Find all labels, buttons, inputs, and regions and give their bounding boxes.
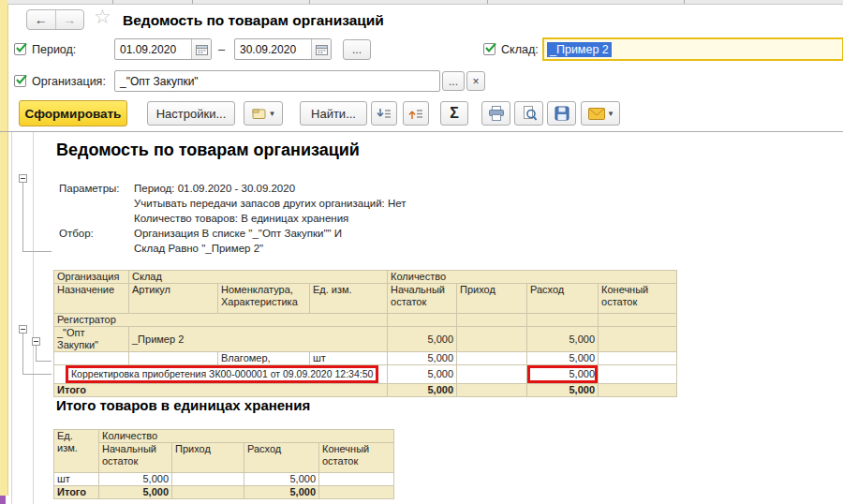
collapse-groups-button[interactable]	[403, 101, 429, 126]
settings-button[interactable]: Настройки...	[147, 101, 235, 126]
total-income-cell[interactable]	[172, 486, 244, 499]
empty-cell[interactable]	[599, 314, 677, 327]
total-begin-cell[interactable]: 5,000	[388, 384, 457, 397]
warehouse-input[interactable]: _Пример 2	[542, 37, 843, 61]
nomenclature-cell[interactable]: Влагомер,	[218, 352, 310, 365]
col-header-organization[interactable]: Организация	[54, 271, 129, 284]
empty-cell[interactable]	[527, 314, 599, 327]
sigma-icon: Σ	[450, 105, 459, 122]
back-button[interactable]: ←	[27, 10, 56, 29]
col-header-unit[interactable]: Ед. изм.	[310, 284, 388, 314]
income-cell[interactable]	[457, 352, 527, 365]
organization-input[interactable]: _"Опт Закупки"	[114, 70, 440, 92]
expense-cell[interactable]: 5,000	[244, 473, 319, 486]
warehouse-selected-text: _Пример 2	[547, 42, 612, 57]
col-header-sku[interactable]: Артикул	[129, 284, 218, 314]
calendar-icon[interactable]	[191, 39, 211, 59]
empty-cell[interactable]	[129, 352, 218, 365]
period-from-input[interactable]: 01.09.2020	[114, 38, 212, 60]
total-label-cell[interactable]: Итого	[54, 486, 99, 499]
organization-clear-button[interactable]: ×	[466, 71, 485, 91]
warehouse-checkbox[interactable]	[483, 43, 495, 55]
filter-label: Отбор:	[59, 226, 134, 241]
end-balance-cell[interactable]	[599, 327, 677, 352]
col-header-expense[interactable]: Расход	[244, 443, 319, 473]
col-header-income[interactable]: Приход	[172, 443, 244, 473]
total-begin-cell[interactable]: 5,000	[99, 486, 172, 499]
preview-button[interactable]	[514, 101, 543, 126]
total-label-cell[interactable]: Итого	[54, 384, 388, 397]
warehouse-cell[interactable]: _Пример 2	[129, 327, 388, 352]
col-header-expense[interactable]: Расход	[527, 284, 599, 314]
period-to-input[interactable]: 30.09.2020	[234, 38, 332, 60]
summary-title: Итого товаров в единицах хранения	[56, 397, 310, 413]
col-header-begin-balance[interactable]: Начальный остаток	[388, 284, 457, 314]
document-row: Корректировка приобретения ЗК00-000001 о…	[54, 365, 677, 384]
tree-line	[22, 374, 52, 375]
generate-button[interactable]: Сформировать	[19, 100, 127, 126]
col-header-quantity[interactable]: Количество	[99, 430, 394, 443]
check-icon	[15, 42, 28, 54]
total-income-cell[interactable]	[457, 384, 527, 397]
save-button[interactable]	[547, 101, 576, 126]
empty-cell[interactable]	[388, 314, 457, 327]
total-end-cell[interactable]	[319, 486, 394, 499]
totals-button[interactable]: Σ	[440, 101, 468, 126]
col-header-purpose[interactable]: Назначение	[54, 284, 129, 314]
empty-cell[interactable]	[54, 352, 129, 365]
end-balance-cell[interactable]	[599, 365, 677, 384]
forward-button[interactable]: →	[56, 10, 84, 29]
collapse-groups-icon	[408, 108, 423, 120]
expense-cell-annotated[interactable]: 5,000	[527, 365, 599, 384]
collapse-group-toggle[interactable]	[19, 325, 27, 334]
organization-checkbox[interactable]	[14, 75, 26, 87]
bottom-corner-accent	[0, 496, 6, 504]
total-end-cell[interactable]	[599, 384, 677, 397]
col-header-end-balance[interactable]: Конечный остаток	[599, 284, 677, 314]
calendar-icon[interactable]	[311, 39, 331, 59]
collapse-group-toggle[interactable]	[32, 337, 40, 346]
col-header-begin-balance[interactable]: Начальный остаток	[99, 443, 172, 473]
back-arrow-icon: ←	[35, 12, 48, 27]
period-checkbox[interactable]	[14, 43, 26, 55]
registrar-document-cell[interactable]: Корректировка приобретения ЗК00-000001 о…	[54, 365, 388, 384]
begin-balance-cell[interactable]: 5,000	[388, 365, 457, 384]
unit-cell[interactable]: шт	[310, 352, 388, 365]
grouping-gutter-line	[11, 132, 12, 504]
col-header-income[interactable]: Приход	[457, 284, 527, 314]
report-variants-button[interactable]: ▾	[244, 101, 283, 126]
col-header-quantity[interactable]: Количество	[388, 271, 677, 284]
empty-cell[interactable]	[457, 314, 527, 327]
period-more-button[interactable]: ...	[343, 39, 371, 60]
total-expense-cell[interactable]: 5,000	[244, 486, 319, 499]
end-balance-cell[interactable]	[599, 352, 677, 365]
print-button[interactable]	[481, 101, 510, 126]
col-header-nomenclature[interactable]: Номенклатура, Характеристика	[218, 284, 310, 314]
end-balance-cell[interactable]	[319, 473, 394, 486]
expand-groups-button[interactable]	[371, 101, 397, 126]
check-icon	[484, 42, 497, 54]
col-header-unit[interactable]: Ед. изм.	[54, 430, 99, 473]
organization-cell[interactable]: _"Опт Закупки"	[54, 327, 129, 352]
unit-cell[interactable]: шт	[54, 473, 99, 486]
collapse-group-toggle[interactable]	[19, 174, 27, 183]
organization-more-button[interactable]: ...	[442, 71, 465, 91]
annotation-red-box: Корректировка приобретения ЗК00-000001 о…	[66, 365, 378, 383]
send-email-button[interactable]: ▾	[581, 101, 620, 126]
begin-balance-cell[interactable]: 5,000	[388, 327, 457, 352]
total-expense-cell[interactable]: 5,000	[527, 384, 599, 397]
expense-cell[interactable]: 5,000	[527, 352, 599, 365]
expense-cell[interactable]: 5,000	[527, 327, 599, 352]
favorite-star-icon[interactable]: ☆	[94, 6, 111, 28]
report-title: Ведомость по товарам организаций	[56, 141, 360, 160]
income-cell[interactable]	[457, 365, 527, 384]
begin-balance-cell[interactable]: 5,000	[388, 352, 457, 365]
registrar-label-cell[interactable]: Регистратор	[54, 314, 388, 327]
income-cell[interactable]	[457, 327, 527, 352]
col-header-end-balance[interactable]: Конечный остаток	[319, 443, 394, 473]
begin-balance-cell[interactable]: 5,000	[99, 473, 172, 486]
income-cell[interactable]	[172, 473, 244, 486]
col-header-warehouse[interactable]: Склад	[129, 271, 388, 284]
find-button[interactable]: Найти...	[300, 101, 367, 126]
diskette-icon	[555, 106, 569, 121]
